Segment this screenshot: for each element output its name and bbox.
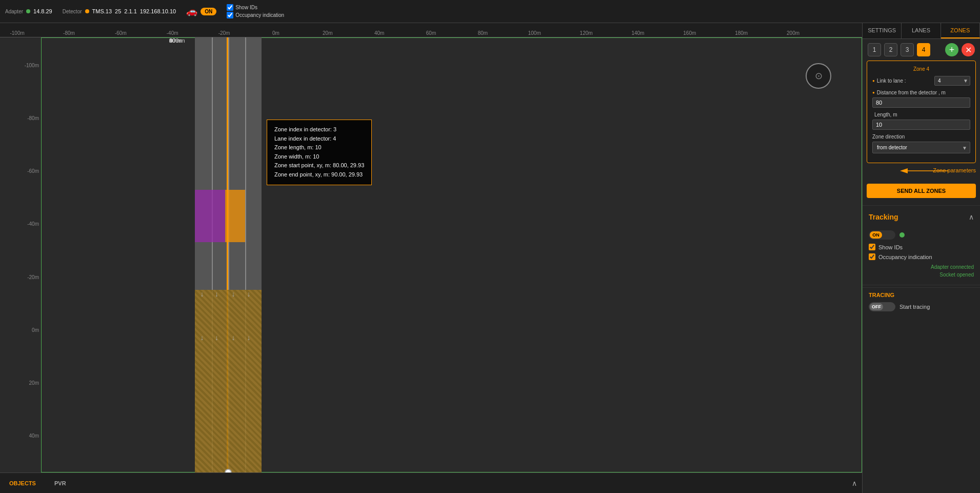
- topbar: Adapter 14.8.29 Detector TMS.13 25 2.1.1…: [0, 0, 980, 23]
- ruler-tick-left: -100m: [25, 62, 39, 68]
- annotation-area: Zone parameters: [867, 163, 976, 179]
- ruler-tick-left: -80m: [27, 115, 39, 121]
- direction-select-wrapper: from detector to detector ▼: [872, 142, 970, 153]
- link-lane-row: ● Link to lane : 4 1 2 3 ▼: [872, 76, 970, 86]
- length-section: Length, m: [872, 112, 970, 130]
- tracing-section: TRACING OFF Start tracing: [863, 287, 980, 315]
- length-label: Length, m: [872, 112, 970, 117]
- adapter-version: 14.8.29: [33, 8, 52, 14]
- detector-group: Detector TMS.13 25 2.1.1 192.168.10.10: [63, 8, 176, 14]
- ruler-tick: -60m: [115, 30, 127, 36]
- link-lane-select-wrapper: 4 1 2 3 ▼: [934, 76, 970, 86]
- tracing-toggle[interactable]: OFF: [869, 302, 895, 311]
- compass: ⊙: [806, 63, 831, 89]
- direction-select[interactable]: from detector to detector: [872, 142, 970, 153]
- road-container: ↓ ↓ ↓ ↓ ↓ ↓ ↓ ↓: [195, 37, 262, 472]
- send-all-zones-button[interactable]: SEND ALL ZONES: [867, 184, 976, 198]
- detector-status-dot: [85, 9, 89, 13]
- tracking-title: Tracking: [869, 213, 898, 221]
- main-layout: -100m -80m -60m -40m -20m 0m 20m 40m 60m…: [0, 23, 980, 493]
- tracking-header[interactable]: Tracking ∧: [863, 208, 980, 226]
- direction-section: Zone direction from detector to detector…: [872, 134, 970, 153]
- start-tracing-label: Start tracing: [899, 304, 930, 310]
- occupancy-checkbox[interactable]: Occupancy indication: [869, 253, 974, 260]
- ruler-tick: 140m: [631, 30, 644, 36]
- bottom-chevron-icon[interactable]: ∧: [852, 479, 857, 487]
- zone-config: Zone 4 ● Link to lane : 4 1 2 3 ▼: [867, 61, 976, 163]
- road-label-0: 0 m: [169, 37, 178, 44]
- zone-purple[interactable]: [195, 190, 225, 242]
- zone-btn-4[interactable]: 4: [917, 43, 930, 56]
- bottom-panel: OBJECTS PVR ∧: [0, 472, 862, 493]
- main-toggle[interactable]: ON: [201, 8, 216, 15]
- divider-1: [863, 205, 980, 206]
- arrow-down-5: ↓: [200, 333, 204, 342]
- tab-settings[interactable]: SETTINGS: [863, 23, 902, 38]
- tracking-status-dot: [899, 232, 905, 238]
- tracking-section: ON Show IDs Occupancy indication Adapter…: [863, 226, 980, 283]
- pvr-tab[interactable]: PVR: [50, 478, 70, 488]
- arrow-down-3: ↓: [232, 290, 235, 298]
- show-ids-checkbox[interactable]: Show IDs: [869, 244, 974, 250]
- canvas-area[interactable]: -100m -80m -60m -40m -20m 0m 20m 40m 60m…: [0, 23, 862, 493]
- ruler-tick-left: -40m: [27, 221, 39, 227]
- tooltip-line5: Zone start point, xy, m: 80.00, 29.93: [274, 161, 364, 170]
- zone-btn-3[interactable]: 3: [901, 43, 914, 56]
- link-lane-label: ● Link to lane :: [872, 78, 931, 84]
- zone-brown[interactable]: [195, 290, 262, 472]
- toggle-on-label[interactable]: ON: [870, 231, 882, 239]
- ruler-top: -100m -80m -60m -40m -20m 0m 20m 40m 60m…: [0, 23, 862, 37]
- zone-btn-1[interactable]: 1: [868, 43, 881, 56]
- tracking-chevron-icon: ∧: [969, 213, 974, 221]
- arrow-down-7: ↓: [232, 333, 235, 342]
- detector-ip: 192.168.10.10: [140, 8, 176, 14]
- tracking-toggle[interactable]: ON: [869, 230, 895, 240]
- distance-input[interactable]: [872, 97, 970, 108]
- delete-zone-button[interactable]: ✕: [962, 43, 975, 56]
- occupancy-checkbox-top[interactable]: Occupancy indication: [227, 12, 284, 18]
- tracing-off-label[interactable]: OFF: [870, 303, 883, 310]
- adapter-status: Adapter connected Socket opened: [869, 263, 974, 279]
- ruler-tick: 60m: [426, 30, 436, 36]
- car-icon: 🚗: [186, 6, 197, 17]
- tooltip-line4: Zone width, m: 10: [274, 152, 364, 162]
- arrow-down-4: ↓: [247, 290, 250, 298]
- tracing-toggle-row: OFF Start tracing: [869, 302, 974, 311]
- ruler-tick: 180m: [735, 30, 748, 36]
- detector-version: 2.1.1: [124, 8, 136, 14]
- right-panel: SETTINGS LANES ZONES 1 2 3 4 + ✕ Zone 4 …: [862, 23, 980, 493]
- ruler-tick: 20m: [323, 30, 332, 36]
- ruler-tick-left: 0m: [32, 327, 39, 332]
- zone-buttons: 1 2 3 4 + ✕: [863, 39, 980, 61]
- direction-label: Zone direction: [872, 134, 970, 140]
- adapter-status-dot: [26, 9, 30, 13]
- zone-config-title: Zone 4: [872, 66, 970, 72]
- viz-area[interactable]: -100m -80m -60m -40m -20m 0m 20m 40m: [21, 37, 862, 493]
- ruler-tick: -40m: [167, 30, 178, 36]
- toggle-off-label: [882, 234, 894, 236]
- link-lane-select[interactable]: 4 1 2 3: [934, 76, 970, 86]
- ruler-tick: 160m: [683, 30, 696, 36]
- length-input[interactable]: [872, 120, 970, 130]
- green-border: [41, 37, 862, 472]
- ruler-tick-left: -20m: [27, 274, 39, 280]
- tooltip-line1: Zone index in detector: 3: [274, 125, 364, 134]
- svg-marker-1: [900, 168, 908, 173]
- tooltip-line2: Lane index in detector: 4: [274, 134, 364, 144]
- zone-btn-2[interactable]: 2: [884, 43, 897, 56]
- detector-num: 25: [115, 8, 121, 14]
- tracing-on-label: [883, 306, 894, 308]
- zone-params-annotation: Zone parameters: [933, 167, 976, 173]
- ruler-tick: 120m: [580, 30, 593, 36]
- distance-section: ● Distance from the detector , m: [872, 90, 970, 108]
- ruler-tick: -100m: [10, 30, 24, 36]
- add-zone-button[interactable]: +: [945, 43, 958, 56]
- divider-2: [863, 285, 980, 285]
- tab-zones[interactable]: ZONES: [941, 23, 980, 38]
- detector-label: Detector: [63, 9, 82, 14]
- show-ids-checkbox-top[interactable]: Show IDs: [227, 4, 284, 11]
- tab-lanes[interactable]: LANES: [902, 23, 941, 38]
- tracking-toggle-row: ON: [869, 230, 974, 240]
- arrow-down-6: ↓: [215, 333, 218, 342]
- zone-orange[interactable]: [225, 190, 245, 242]
